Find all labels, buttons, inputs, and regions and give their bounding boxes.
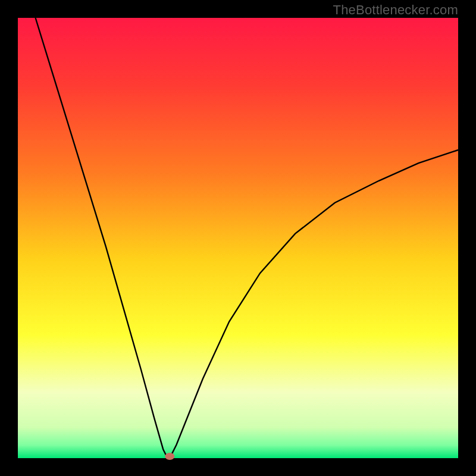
watermark-text: TheBottlenecker.com bbox=[333, 2, 458, 18]
optimum-marker bbox=[165, 453, 174, 460]
bottleneck-chart bbox=[0, 0, 476, 476]
plot-background bbox=[18, 18, 458, 458]
chart-container: TheBottlenecker.com bbox=[0, 0, 476, 476]
